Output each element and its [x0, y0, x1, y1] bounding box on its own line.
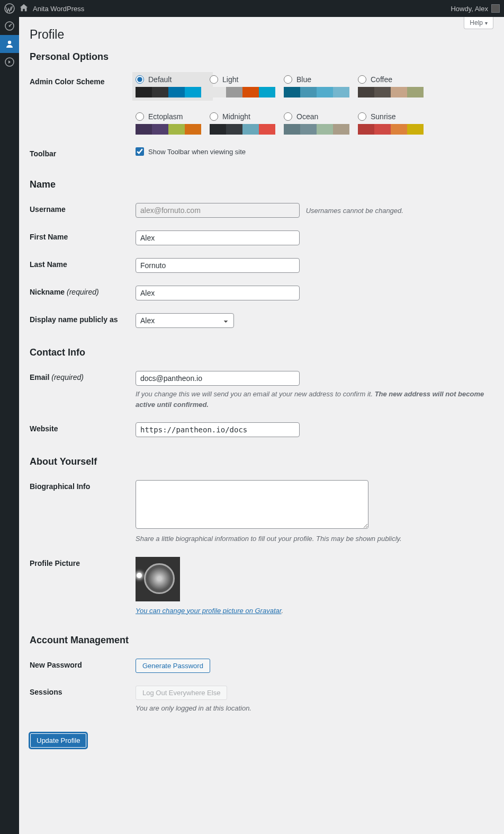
menu-dashboard[interactable]	[0, 17, 19, 35]
color-scheme-ectoplasm[interactable]: Ectoplasm	[136, 112, 210, 135]
color-scheme-radio[interactable]	[136, 75, 144, 84]
color-scheme-label: Default	[148, 75, 172, 84]
firstname-input[interactable]	[136, 230, 300, 245]
color-scheme-label: Sunrise	[371, 112, 395, 121]
label-profile-picture: Profile Picture	[30, 551, 136, 623]
color-swatch	[358, 87, 424, 97]
help-label: Help	[470, 19, 483, 26]
color-scheme-label: Blue	[296, 75, 311, 84]
color-scheme-radio[interactable]	[358, 75, 366, 84]
menu-collapse[interactable]	[0, 53, 19, 71]
label-sessions: Sessions	[30, 679, 136, 720]
section-account-management: Account Management	[30, 635, 493, 646]
label-email: Email (required)	[30, 365, 136, 416]
label-new-password: New Password	[30, 652, 136, 679]
color-swatch	[284, 87, 349, 97]
color-scheme-blue[interactable]: Blue	[284, 75, 358, 97]
color-scheme-radio[interactable]	[284, 112, 292, 121]
generate-password-button[interactable]: Generate Password	[136, 659, 210, 673]
color-swatch	[210, 87, 275, 97]
section-name: Name	[30, 179, 493, 190]
username-note: Usernames cannot be changed.	[306, 207, 403, 215]
color-scheme-light[interactable]: Light	[210, 75, 284, 97]
bio-textarea[interactable]	[136, 480, 368, 529]
email-input[interactable]	[136, 371, 300, 386]
label-lastname: Last Name	[30, 252, 136, 279]
toolbar-checkbox[interactable]	[136, 147, 144, 156]
howdy-link[interactable]: Howdy, Alex	[451, 5, 488, 13]
color-swatch	[136, 87, 201, 97]
color-swatch	[210, 124, 275, 135]
lastname-input[interactable]	[136, 258, 300, 273]
update-profile-button[interactable]: Update Profile	[30, 733, 87, 748]
color-scheme-label: Midnight	[222, 112, 250, 121]
label-bio: Biographical Info	[30, 474, 136, 551]
color-swatch	[358, 124, 424, 135]
website-input[interactable]	[136, 422, 300, 437]
profile-avatar	[136, 557, 180, 601]
page-title: Profile	[30, 28, 493, 42]
home-icon[interactable]	[19, 3, 29, 14]
displayname-select[interactable]: Alex	[136, 313, 234, 328]
color-scheme-ocean[interactable]: Ocean	[284, 112, 358, 135]
color-scheme-label: Coffee	[371, 75, 392, 84]
section-contact-info: Contact Info	[30, 347, 493, 358]
color-scheme-radio[interactable]	[210, 112, 218, 121]
username-input	[136, 203, 300, 218]
label-username: Username	[30, 197, 136, 224]
label-firstname: First Name	[30, 224, 136, 252]
label-nickname: Nickname (required)	[30, 279, 136, 307]
help-tab[interactable]: Help▾	[464, 17, 493, 29]
svg-point-3	[8, 41, 11, 44]
menu-users[interactable]	[0, 35, 19, 53]
gravatar-link[interactable]: You can change your profile picture on G…	[136, 607, 282, 615]
toolbar-checkbox-label: Show Toolbar when viewing site	[148, 148, 246, 156]
color-scheme-sunrise[interactable]: Sunrise	[358, 112, 432, 135]
label-admin-color-scheme: Admin Color Scheme	[30, 69, 136, 141]
email-note: If you change this we will send you an e…	[136, 389, 488, 410]
color-scheme-radio[interactable]	[284, 75, 292, 84]
color-scheme-midnight[interactable]: Midnight	[210, 112, 284, 135]
site-name-link[interactable]: Anita WordPress	[33, 5, 84, 13]
color-swatch	[284, 124, 349, 135]
color-scheme-radio[interactable]	[358, 112, 366, 121]
nickname-input[interactable]	[136, 286, 300, 300]
label-toolbar: Toolbar	[30, 141, 136, 166]
wordpress-logo-icon[interactable]	[4, 3, 15, 14]
color-scheme-label: Ectoplasm	[148, 112, 183, 121]
label-displayname: Display name publicly as	[30, 307, 136, 334]
color-scheme-coffee[interactable]: Coffee	[358, 75, 432, 97]
section-about-yourself: About Yourself	[30, 456, 493, 467]
sessions-note: You are only logged in at this location.	[136, 703, 488, 714]
chevron-down-icon: ▾	[485, 20, 488, 26]
color-scheme-label: Light	[222, 75, 238, 84]
svg-point-2	[9, 25, 11, 27]
color-swatch	[136, 124, 201, 135]
color-scheme-radio[interactable]	[136, 112, 144, 121]
label-website: Website	[30, 416, 136, 443]
color-scheme-radio[interactable]	[210, 75, 218, 84]
section-personal-options: Personal Options	[30, 51, 493, 63]
logout-everywhere-button: Log Out Everywhere Else	[136, 686, 227, 700]
bio-note: Share a little biographical information …	[136, 534, 488, 544]
color-scheme-default[interactable]: Default	[132, 72, 213, 101]
color-scheme-label: Ocean	[296, 112, 318, 121]
avatar-icon[interactable]	[491, 4, 500, 13]
